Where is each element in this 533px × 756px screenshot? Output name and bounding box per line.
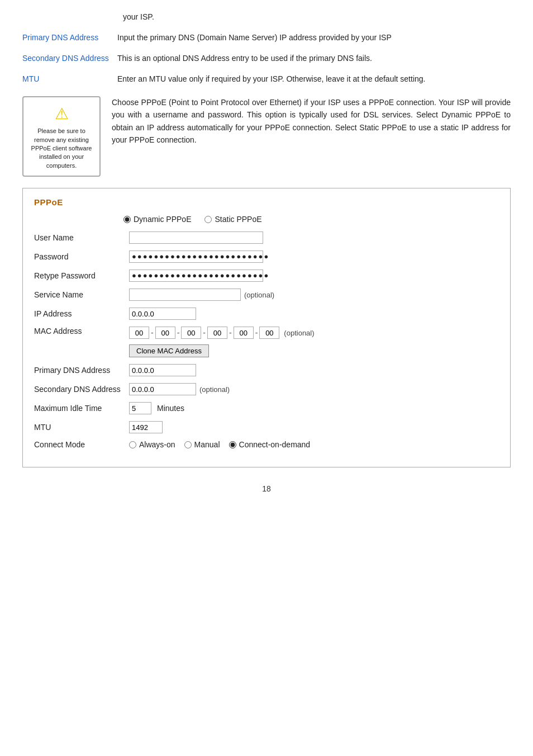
- user-name-input[interactable]: [129, 231, 263, 244]
- warning-icon-text: Please be sure to remove any existing PP…: [31, 127, 92, 169]
- warning-content: Choose PPPoE (Point to Point Protocol ov…: [112, 96, 511, 147]
- password-dots: ●●●●●●●●●●●●●●●●●●●●●●●●●: [129, 251, 263, 263]
- dynamic-pppoe-label: Dynamic PPPoE: [134, 215, 191, 224]
- dynamic-pppoe-option[interactable]: Dynamic PPPoE: [123, 215, 191, 224]
- retype-password-field: ●●●●●●●●●●●●●●●●●●●●●●●●●: [129, 270, 263, 282]
- mac-sep-2: -: [177, 328, 180, 337]
- secondary-dns-row: Secondary DNS Address This is an optiona…: [22, 53, 511, 64]
- pppoe-title: PPPoE: [34, 197, 499, 207]
- mac-address-label: MAC Address: [34, 327, 129, 336]
- warning-icon-box: ⚠ Please be sure to remove any existing …: [22, 96, 101, 177]
- max-idle-unit: Minutes: [157, 404, 184, 413]
- service-name-label: Service Name: [34, 290, 129, 299]
- secondary-dns-input[interactable]: [129, 383, 196, 395]
- static-pppoe-option[interactable]: Static PPPoE: [204, 215, 261, 224]
- secondary-dns-optional: (optional): [199, 385, 230, 394]
- connect-on-demand-label: Connect-on-demand: [239, 440, 311, 449]
- pppoe-primary-dns-label: Primary DNS Address: [34, 366, 129, 375]
- user-name-field: [129, 231, 263, 244]
- mtu-input[interactable]: [129, 421, 163, 433]
- service-name-field: (optional): [129, 289, 274, 301]
- clone-mac-button[interactable]: Clone MAC Address: [129, 344, 209, 357]
- primary-dns-desc: Input the primary DNS (Domain Name Serve…: [117, 32, 511, 44]
- retype-password-label: Retype Password: [34, 271, 129, 280]
- service-name-optional: (optional): [244, 291, 274, 299]
- service-name-input[interactable]: [129, 289, 241, 301]
- ip-address-row: IP Address: [34, 308, 499, 320]
- primary-dns-label: Primary DNS Address: [22, 32, 117, 44]
- ip-address-label: IP Address: [34, 309, 129, 318]
- mac-inputs-row: - - - - - (optional): [129, 327, 315, 339]
- connect-on-demand-option[interactable]: Connect-on-demand: [229, 440, 311, 449]
- service-name-row: Service Name (optional): [34, 289, 499, 301]
- ip-address-field: [129, 308, 196, 320]
- page-footer: 18: [22, 484, 511, 493]
- mac-input-1[interactable]: [129, 327, 149, 339]
- pppoe-mtu-field: [129, 421, 163, 433]
- manual-label: Manual: [194, 440, 220, 449]
- mac-input-4[interactable]: [207, 327, 227, 339]
- clone-mac-row: Clone MAC Address: [129, 341, 315, 357]
- max-idle-label: Maximum Idle Time: [34, 404, 129, 413]
- password-field: ●●●●●●●●●●●●●●●●●●●●●●●●●: [129, 251, 263, 263]
- always-on-option[interactable]: Always-on: [129, 440, 175, 449]
- mac-input-5[interactable]: [234, 327, 254, 339]
- mac-sep-1: -: [151, 328, 154, 337]
- max-idle-row: Maximum Idle Time Minutes: [34, 402, 499, 414]
- manual-radio[interactable]: [184, 441, 192, 448]
- always-on-label: Always-on: [139, 440, 175, 449]
- pppoe-primary-dns-row: Primary DNS Address: [34, 364, 499, 376]
- mac-address-block: - - - - - (optional) Clone MAC Address: [129, 327, 315, 357]
- static-pppoe-label: Static PPPoE: [215, 215, 261, 224]
- password-label: Password: [34, 252, 129, 261]
- max-idle-input[interactable]: [129, 402, 151, 414]
- warning-box: ⚠ Please be sure to remove any existing …: [22, 96, 511, 177]
- pppoe-primary-dns-field: [129, 364, 196, 376]
- mac-sep-4: -: [229, 328, 232, 337]
- manual-option[interactable]: Manual: [184, 440, 220, 449]
- warning-triangle-icon: ⚠: [30, 103, 93, 125]
- secondary-dns-desc: This is an optional DNS Address entry to…: [117, 53, 511, 64]
- mac-sep-3: -: [203, 328, 206, 337]
- connect-mode-row: Connect Mode Always-on Manual Connect-on…: [34, 440, 499, 449]
- primary-dns-row: Primary DNS Address Input the primary DN…: [22, 32, 511, 44]
- password-row: Password ●●●●●●●●●●●●●●●●●●●●●●●●●: [34, 251, 499, 263]
- pppoe-secondary-dns-label: Secondary DNS Address: [34, 385, 129, 394]
- max-idle-field: Minutes: [129, 402, 184, 414]
- retype-password-dots: ●●●●●●●●●●●●●●●●●●●●●●●●●: [129, 270, 263, 282]
- always-on-radio[interactable]: [129, 441, 136, 448]
- mac-input-2[interactable]: [155, 327, 175, 339]
- mac-sep-5: -: [255, 328, 258, 337]
- mac-address-row: MAC Address - - - - - (optional) Clone M…: [34, 327, 499, 357]
- user-name-label: User Name: [34, 233, 129, 242]
- pppoe-secondary-dns-field: (optional): [129, 383, 230, 395]
- connect-mode-options: Always-on Manual Connect-on-demand: [129, 440, 310, 449]
- pppoe-section: PPPoE Dynamic PPPoE Static PPPoE User Na…: [22, 188, 511, 467]
- secondary-dns-label: Secondary DNS Address: [22, 53, 117, 64]
- pppoe-secondary-dns-row: Secondary DNS Address (optional): [34, 383, 499, 395]
- user-name-row: User Name: [34, 231, 499, 244]
- mtu-row: MTU Enter an MTU value only if required …: [22, 73, 511, 85]
- pppoe-mtu-row: MTU: [34, 421, 499, 433]
- mtu-label: MTU: [22, 73, 117, 85]
- pppoe-mtu-label: MTU: [34, 423, 129, 432]
- dynamic-pppoe-radio[interactable]: [123, 216, 131, 223]
- isp-text: your ISP.: [123, 11, 511, 23]
- primary-dns-input[interactable]: [129, 364, 196, 376]
- ip-address-input[interactable]: [129, 308, 196, 320]
- mac-optional-label: (optional): [284, 329, 314, 337]
- mac-input-3[interactable]: [181, 327, 201, 339]
- retype-password-row: Retype Password ●●●●●●●●●●●●●●●●●●●●●●●●…: [34, 270, 499, 282]
- page-number: 18: [262, 484, 271, 493]
- mtu-desc: Enter an MTU value only if required by y…: [117, 73, 511, 85]
- static-pppoe-radio[interactable]: [204, 216, 212, 223]
- connect-mode-label: Connect Mode: [34, 440, 129, 449]
- connect-on-demand-radio[interactable]: [229, 441, 236, 448]
- mac-input-6[interactable]: [259, 327, 279, 339]
- pppoe-type-radio-row: Dynamic PPPoE Static PPPoE: [123, 215, 499, 224]
